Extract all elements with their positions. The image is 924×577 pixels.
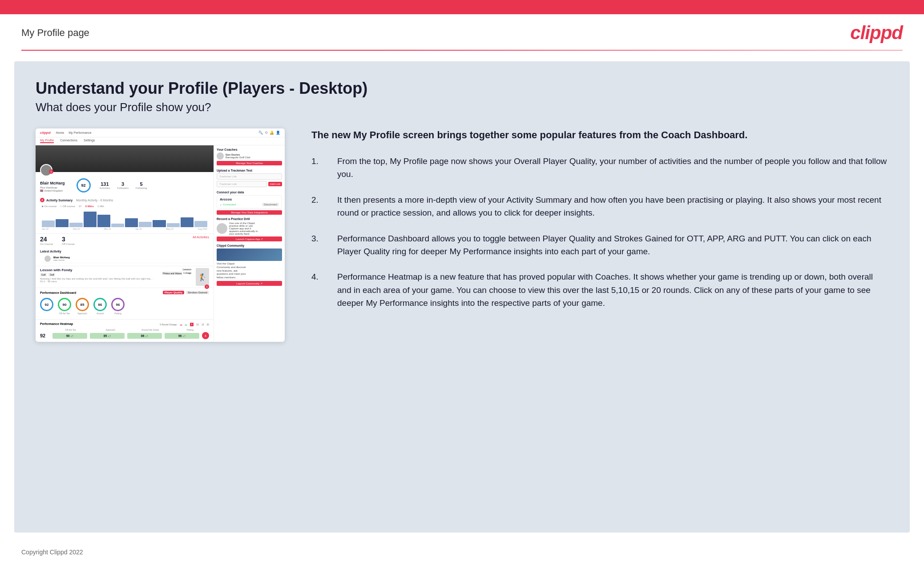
arccos-disconnect-btn[interactable]: Disconnect <box>262 203 279 206</box>
heatmap-15: 15 <box>202 323 204 326</box>
manage-integrations-btn[interactable]: Manage Your Data Integrations <box>217 210 282 215</box>
lesson-side: Lesson Photos and Videos 1 image <box>162 268 191 276</box>
activity-desc: see more <box>53 259 70 261</box>
page-heading: Understand your Profile (Players - Deskt… <box>36 79 888 98</box>
heatmap-change-label: 5 Round Change: <box>160 323 177 326</box>
perf-title-text: Performance Dashboard <box>40 291 76 294</box>
heatmap-neg: ▬ <box>180 323 182 326</box>
community-section: Clippd Community Visit the ClippdCommuni… <box>217 244 282 286</box>
search-icon: 🔍 <box>258 131 263 135</box>
lesson-tag-1: Golf <box>40 273 47 276</box>
heatmap-title: Performance Heatmap <box>40 322 73 325</box>
heatmap-pos: ▬ <box>185 323 187 326</box>
coaches-section: Your Coaches Dan Davies Barneguite Golf … <box>217 148 282 165</box>
mockup-banner: 1 <box>36 145 214 172</box>
ring-putt: 96 Putting <box>111 298 125 315</box>
perf-toggle: Player Quality Strokes Gained <box>163 291 209 294</box>
mockup-badge-2: 2 <box>40 198 44 202</box>
bar-6 <box>111 224 124 227</box>
off-course-val: 3 <box>62 236 75 243</box>
heatmap-5: 5 <box>190 323 194 326</box>
activity-avatar <box>44 256 51 262</box>
heatmap-cell-putt: 96 ↓↑ <box>165 333 199 339</box>
filter-off: □ Off-course <box>60 205 75 208</box>
trackman-title: Upload a Trackman Test <box>217 169 282 172</box>
subnav-profile: My Profile <box>40 139 54 143</box>
notification-icon: 🔔 <box>270 131 274 135</box>
launch-capture-btn[interactable]: Launch Capture App ↗ <box>217 236 282 241</box>
mockup-badge-4: 4 <box>202 332 209 339</box>
drill-text: Use one of the Clippdpractice drills or … <box>229 222 258 235</box>
heatmap-row: 92 90 ↓↑ 85 ↓↑ 86 ↓↑ 96 ↓↑ 4 <box>40 332 209 339</box>
trackman-row: Trackman Link Add Link <box>217 181 282 187</box>
coach-item: Dan Davies Barneguite Golf Club <box>217 152 282 160</box>
mockup-logo: clippd <box>40 131 51 135</box>
bar-5 <box>97 215 110 227</box>
ring-overall: 92 <box>40 298 53 315</box>
activity-item: Blair McHarg see more <box>40 255 209 263</box>
launch-community-btn[interactable]: Launch Community ↗ <box>217 281 282 286</box>
mockup-bar-chart <box>40 209 209 227</box>
trackman-input[interactable]: Trackman Link <box>217 173 282 180</box>
desc-item-2: It then presents a more in-depth view of… <box>311 193 888 220</box>
desc-item-3: Performance Dashboard allows you to togg… <box>311 232 888 258</box>
arccos-row: ✓ Connected Disconnect <box>220 203 279 206</box>
heatmap-20: 20 <box>206 323 209 326</box>
drill-item: Use one of the Clippdpractice drills or … <box>217 222 282 235</box>
bar-8 <box>139 222 152 227</box>
lesson-media-info: Photos and Videos 1 image <box>162 272 191 275</box>
mockup-nav-home: Home <box>56 131 65 134</box>
mockup-frame: clippd Home My Performance 🔍 ⚙ 🔔 👤 My Pr… <box>36 128 285 342</box>
bar-2 <box>56 219 69 227</box>
lesson-tag-2: Golf <box>48 273 55 276</box>
mockup-nav-performance: My Performance <box>69 131 91 134</box>
mockup-latest-activity: Latest Activity Blair McHarg see more <box>36 247 214 266</box>
trackman-section: Upload a Trackman Test Trackman Link Tra… <box>217 169 282 187</box>
mockup-main-col: 1 Blair McHarg Plus Handicap 🇬🇧 United K… <box>36 145 214 342</box>
mockup-country: 🇬🇧 United Kingdom <box>40 189 65 192</box>
mockup-perf-dashboard: Performance Dashboard Player Quality Str… <box>36 288 214 319</box>
top-bar <box>0 0 924 14</box>
desc-item-4-text: Performance Heatmap is a new feature tha… <box>337 270 888 309</box>
coach-info: Dan Davies Barneguite Golf Club <box>226 153 250 159</box>
manage-coaches-btn[interactable]: Manage Your Coaches <box>217 161 282 165</box>
mockup-subnav: My Profile Connections Settings <box>36 137 285 145</box>
ring-app-circle: 85 <box>76 298 89 311</box>
mockup-off-course: 3 Off Course <box>62 236 75 245</box>
ring-putt-lbl: Putting <box>114 312 121 315</box>
mockup-pq-ring: 92 <box>77 178 91 192</box>
bar-1 <box>42 220 55 227</box>
bar-12 <box>194 221 207 227</box>
desc-highlight: The new My Profile screen brings togethe… <box>311 128 888 142</box>
on-course-lbl: On Course <box>40 243 53 245</box>
bar-3 <box>69 223 82 227</box>
subnav-connections: Connections <box>60 139 77 143</box>
page-title: My Profile page <box>21 27 89 39</box>
ring-app-lbl: Approach <box>77 312 87 315</box>
coach-club: Barneguite Golf Club <box>226 156 250 159</box>
lesson-images-count: 1 image <box>183 272 191 275</box>
header: My Profile page clippd <box>0 14 924 50</box>
mockup-following-val: 5 <box>136 181 147 187</box>
community-text: Visit the ClippdCommunity and discoverne… <box>217 262 282 280</box>
heatmap-lbl-ott: Off the Tee <box>52 329 90 331</box>
heatmap-lbl-arg: Around the Green <box>131 329 169 331</box>
heatmap-header: Performance Heatmap 5 Round Change: ▬ ▬ … <box>40 322 209 327</box>
mockup-body: 1 Blair McHarg Plus Handicap 🇬🇧 United K… <box>36 145 285 342</box>
mockup-nav: clippd Home My Performance 🔍 ⚙ 🔔 👤 <box>36 128 285 137</box>
add-link-btn[interactable]: Add Link <box>268 182 282 186</box>
drill-thumb <box>217 223 227 234</box>
filter-1y: 1Y <box>79 205 82 208</box>
main-content: Understand your Profile (Players - Deskt… <box>14 61 910 533</box>
on-course-val: 24 <box>40 236 53 243</box>
bar-10 <box>167 223 180 227</box>
mockup-side-col: Your Coaches Dan Davies Barneguite Golf … <box>214 145 285 342</box>
heatmap-cell-ott: 90 ↓↑ <box>52 333 87 339</box>
footer: Copyright Clippd 2022 <box>0 543 924 561</box>
ring-arg-lbl: Around <box>97 312 104 315</box>
coach-avatar <box>217 152 224 160</box>
description-column: The new My Profile screen brings togethe… <box>311 128 888 322</box>
avatar-icon: 👤 <box>276 131 280 135</box>
perf-toggle-sg: Strokes Gained <box>186 291 209 294</box>
trackman-link-field[interactable]: Trackman Link <box>217 181 267 187</box>
